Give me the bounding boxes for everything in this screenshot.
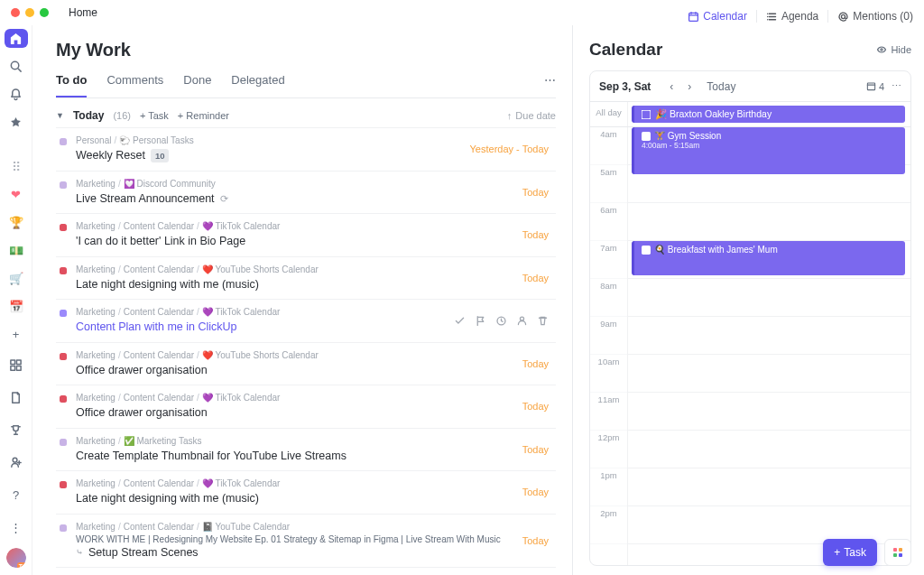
tab-delegated[interactable]: Delegated — [231, 73, 284, 97]
due-date[interactable]: Today — [522, 358, 556, 369]
task-row[interactable]: Marketing/✅ Marketing TasksCreate Templa… — [56, 428, 556, 471]
due-date[interactable]: Today — [522, 487, 556, 497]
task-row[interactable]: Marketing/Content Calendar/📓 YouTube Cal… — [56, 514, 556, 568]
tab-done[interactable]: Done — [183, 73, 211, 97]
status-dot[interactable] — [60, 138, 67, 145]
space-trophy[interactable]: 🏆 — [5, 213, 28, 232]
mentions-link[interactable]: Mentions (0) — [837, 10, 913, 23]
status-dot[interactable] — [60, 181, 67, 189]
status-dot[interactable] — [60, 481, 67, 488]
task-row[interactable]: Marketing/Content Calendar/💜 TikTok Cale… — [56, 385, 556, 428]
time-label: 10am — [590, 355, 627, 393]
task-row[interactable]: Marketing/Content Calendar/💜 TikTok Cale… — [56, 299, 556, 342]
time-label: 7am — [590, 241, 627, 279]
hour-slot[interactable] — [628, 431, 910, 468]
calendar-more[interactable]: ⋯ — [892, 80, 901, 92]
space-money[interactable]: 💵 — [5, 241, 28, 260]
tab-todo[interactable]: To do — [56, 73, 87, 97]
status-dot[interactable] — [60, 224, 67, 231]
create-task-button[interactable]: + Task — [823, 539, 877, 566]
due-date[interactable]: Today — [522, 401, 556, 412]
traffic-lights — [11, 8, 49, 17]
nav-dashboards[interactable] — [5, 353, 28, 376]
calendar-nav: ‹ › — [665, 80, 696, 93]
status-dot[interactable] — [60, 395, 67, 403]
nav-docs[interactable] — [5, 385, 28, 409]
hour-slot[interactable] — [628, 279, 910, 317]
task-row[interactable]: Marketing/💟 Discord CommunityLive Stream… — [56, 171, 556, 214]
nav-help[interactable]: ? — [5, 483, 28, 506]
fab-row: + Task — [823, 539, 911, 566]
maximize-window[interactable] — [40, 8, 49, 17]
task-row[interactable]: Marketing/Content Calendar/❤️ YouTube Sh… — [56, 256, 556, 300]
svg-rect-12 — [642, 110, 651, 119]
nav-more[interactable]: ⋮ — [5, 515, 28, 539]
due-date[interactable]: Today — [522, 273, 556, 283]
app-launcher[interactable] — [884, 539, 911, 566]
trash-icon[interactable] — [537, 315, 549, 327]
minimize-window[interactable] — [25, 8, 34, 17]
nav-home[interactable] — [5, 29, 28, 48]
task-row[interactable]: Marketing/Content Calendar/💜 TikTok Cale… — [56, 213, 556, 256]
calendar-card: Sep 3, Sat ‹ › Today 4 ⋯ A — [589, 70, 911, 566]
calendar-grid[interactable]: 4am5am6am7am8am9am10am11am12pm1pm2pm 🏋️ … — [590, 127, 910, 565]
task-row[interactable]: Personal/🐑 Personal TasksWeekly Reset10Y… — [56, 127, 556, 171]
hour-slot[interactable] — [628, 203, 910, 241]
status-dot[interactable] — [60, 310, 67, 317]
breadcrumb: Marketing/Content Calendar/💜 TikTok Cale… — [76, 306, 445, 319]
task-row[interactable]: Marketing/Content Calendar/📰 Weekly News… — [56, 567, 556, 575]
hour-slot[interactable] — [628, 317, 910, 355]
event-count[interactable]: 4 — [866, 81, 884, 92]
user-avatar[interactable]: TA — [6, 548, 26, 568]
due-date[interactable]: Today — [522, 187, 556, 198]
hour-slot[interactable] — [628, 393, 910, 431]
space-cart[interactable]: 🛒 — [5, 269, 28, 288]
apps-icon — [893, 548, 902, 557]
task-row[interactable]: Marketing/Content Calendar/💜 TikTok Cale… — [56, 470, 556, 514]
calendar-event[interactable]: 🍳 Breakfast with James' Mum — [632, 241, 905, 275]
section-name: Today — [73, 109, 104, 122]
status-dot[interactable] — [60, 353, 67, 360]
allday-event[interactable]: 🎉 Braxton Oakley Birthday — [632, 106, 905, 123]
close-window[interactable] — [11, 8, 20, 17]
space-heart[interactable]: ❤ — [5, 185, 28, 204]
nav-favorites[interactable] — [5, 113, 28, 132]
today-button[interactable]: Today — [707, 80, 735, 93]
space-cal[interactable]: 📅 — [5, 297, 28, 316]
work-panel: My Work To do Comments Done Delegated ⋯ … — [32, 25, 572, 575]
due-date[interactable]: Today — [522, 535, 556, 546]
time-slots[interactable]: 🏋️ Gym Session4:00am - 5:15am🍳 Breakfast… — [628, 127, 910, 565]
due-date[interactable]: Today — [522, 444, 556, 455]
task-row[interactable]: Marketing/Content Calendar/❤️ YouTube Sh… — [56, 342, 556, 385]
next-day[interactable]: › — [683, 80, 696, 93]
nav-search[interactable] — [5, 57, 28, 76]
nav-goals[interactable] — [5, 418, 28, 441]
add-reminder[interactable]: + Reminder — [178, 110, 229, 121]
due-date[interactable]: Yesterday - Today — [470, 144, 556, 154]
clock-icon[interactable] — [495, 315, 507, 327]
hide-calendar[interactable]: Hide — [876, 44, 911, 55]
status-dot[interactable] — [60, 439, 67, 446]
status-dot[interactable] — [60, 267, 67, 274]
add-space[interactable]: + — [5, 325, 28, 344]
flag-icon[interactable] — [475, 315, 486, 327]
tabs-more[interactable]: ⋯ — [544, 73, 556, 97]
user-icon[interactable] — [516, 315, 528, 327]
hour-slot[interactable] — [628, 468, 910, 506]
tab-comments[interactable]: Comments — [106, 73, 163, 97]
status-dot[interactable] — [60, 524, 67, 532]
due-date[interactable]: Today — [522, 229, 556, 240]
hour-slot[interactable] — [628, 355, 910, 393]
calendar-link[interactable]: Calendar — [688, 10, 747, 23]
agenda-link[interactable]: Agenda — [766, 10, 818, 23]
nav-people[interactable] — [5, 450, 28, 474]
spaces-toggle[interactable]: ⠿ — [5, 157, 28, 176]
prev-day[interactable]: ‹ — [665, 80, 678, 93]
due-date-header[interactable]: ↑ Due date — [507, 110, 556, 121]
add-task[interactable]: + Task — [140, 110, 169, 121]
calendar-event[interactable]: 🏋️ Gym Session4:00am - 5:15am — [632, 127, 905, 174]
nav-notifications[interactable] — [5, 85, 28, 104]
gcal-icon — [642, 110, 651, 119]
check-icon[interactable] — [454, 315, 466, 327]
chevron-down-icon[interactable]: ▼ — [56, 111, 64, 120]
